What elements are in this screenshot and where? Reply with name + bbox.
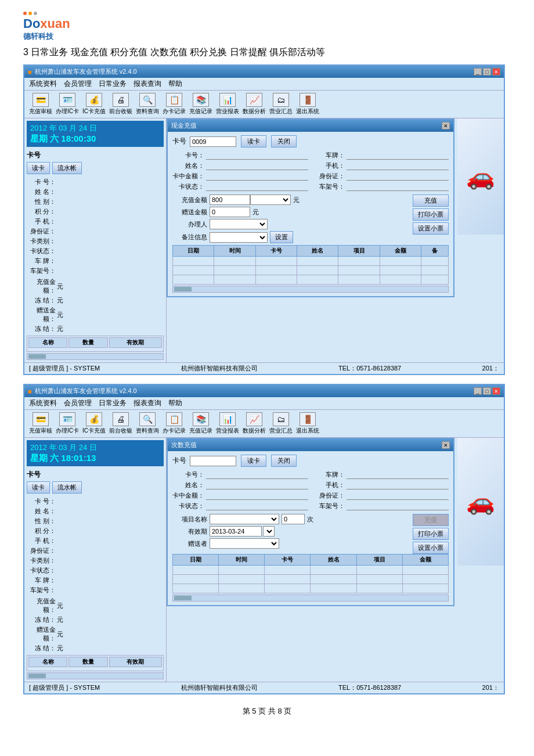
win2-summary: 充值金额： 元 冻 结： 元 赠送金额： 元 冻 结： 元 — [27, 597, 164, 653]
win1-scrollbar[interactable] — [27, 353, 164, 360]
win2-card-section: 卡号 读卡 流水帐 卡 号： 姓 名： 性 别： — [27, 470, 164, 679]
tb1-card-rec[interactable]: 📋 办卡记录 — [163, 93, 186, 116]
col-cardno: 卡号 — [255, 246, 297, 257]
win1-modal-read[interactable]: 读卡 — [241, 135, 266, 147]
win2-minimize[interactable]: _ — [474, 387, 482, 395]
menu1-member[interactable]: 会员管理 — [64, 79, 92, 89]
setup-btn[interactable]: 设置小票 — [413, 222, 449, 235]
win2-modal-body: 卡号 读卡 关闭 卡号： 车牌： — [168, 451, 453, 605]
w2-setup-btn[interactable]: 设置小票 — [413, 542, 449, 554]
win1-status-code: 201： — [482, 364, 499, 373]
info-name-val — [206, 162, 308, 170]
tb1-biz-report[interactable]: 📊 营业报表 — [216, 93, 239, 116]
print-btn[interactable]: 打印小票 — [413, 208, 449, 221]
tb2-ic-card[interactable]: 🪪 办理IC卡 — [56, 412, 79, 435]
tb2-charge-rec[interactable]: 📚 充值记录 — [189, 412, 212, 435]
win2-modal-card-input[interactable] — [190, 456, 236, 466]
tb2-cashier-label: 前台收银 — [109, 427, 132, 435]
tb1-data-analysis[interactable]: 📈 数据分析 — [243, 93, 266, 116]
charge-amount-input[interactable] — [210, 195, 250, 205]
win2-modal-scrollbar[interactable] — [172, 595, 449, 602]
tb1-data-analysis-label: 数据分析 — [243, 107, 266, 116]
tb2-query[interactable]: 🔍 资料查询 — [136, 412, 159, 435]
info-plate-val — [347, 152, 449, 160]
win1-modal-close-btn[interactable]: ✕ — [442, 122, 450, 129]
win1-title-left: ■ 杭州萧山浦发车友会管理系统 v2.4.0 — [28, 67, 137, 76]
charge-gift-input[interactable] — [210, 207, 250, 217]
win2-scrollbar[interactable] — [27, 672, 164, 679]
charge-setting-btn[interactable]: 设置 — [270, 231, 293, 243]
w2-sum-charge: 充值金额： 元 — [27, 597, 164, 614]
w2-info-balance: 卡中金额： — [172, 491, 308, 500]
win2-modal-read[interactable]: 读卡 — [241, 455, 266, 467]
tb1-query[interactable]: 🔍 资料查询 — [136, 93, 159, 116]
win1-modal-card-input[interactable] — [190, 136, 236, 147]
tb2-exit[interactable]: 🚪 退出系统 — [296, 412, 319, 435]
win2-flow-btn[interactable]: 流水帐 — [52, 481, 82, 494]
w2-print-btn[interactable]: 打印小票 — [413, 528, 449, 540]
win1-maximize[interactable]: □ — [483, 68, 491, 75]
tb2-charge-review-icon: 💳 — [33, 412, 49, 426]
w2-sum-charge-val: 元 — [57, 602, 164, 610]
charge-remark-select[interactable] — [210, 232, 268, 243]
gift-select[interactable] — [210, 538, 279, 549]
win2-close[interactable]: ✕ — [492, 387, 500, 395]
charge-operator-select[interactable] — [210, 219, 268, 229]
w2-charge-btn[interactable]: 充值 — [413, 514, 449, 526]
win1-minimize[interactable]: _ — [474, 68, 482, 75]
validity-select[interactable] — [263, 526, 275, 537]
tb1-charge-review[interactable]: 💳 充值审核 — [29, 93, 52, 116]
w2-info-balance-val — [206, 492, 308, 500]
tb2-biz-summary[interactable]: 🗂 营业汇总 — [269, 412, 293, 435]
menu1-help[interactable]: 帮助 — [168, 79, 182, 89]
w2-info-name-label: 姓名： — [172, 481, 204, 489]
tb2-ic-charge[interactable]: 💰 IC卡充值 — [82, 412, 106, 435]
win2-controls[interactable]: _ □ ✕ — [474, 387, 500, 395]
tb2-query-icon: 🔍 — [139, 412, 156, 426]
sum-freeze2-val: 元 — [57, 325, 164, 333]
tb1-charge-rec[interactable]: 📚 充值记录 — [189, 93, 212, 116]
tb1-exit[interactable]: 🚪 退出系统 — [296, 93, 319, 116]
charge-btn[interactable]: 充值 — [413, 195, 449, 207]
win1-modal-close[interactable]: 关闭 — [271, 135, 297, 147]
win1-read-btn[interactable]: 读卡 — [27, 162, 50, 174]
tb2-biz-summary-label: 营业汇总 — [269, 427, 293, 435]
info-phone-val — [347, 162, 449, 170]
menu2-help[interactable]: 帮助 — [168, 398, 182, 408]
tb2-charge-review[interactable]: 💳 充值审核 — [29, 412, 52, 435]
menu2-member[interactable]: 会员管理 — [64, 398, 92, 408]
tb2-biz-report[interactable]: 📊 营业报表 — [216, 412, 239, 435]
menu2-system[interactable]: 系统资料 — [29, 398, 57, 408]
tb1-ic-charge[interactable]: 💰 IC卡充值 — [82, 93, 106, 116]
win1-flow-btn[interactable]: 流水帐 — [52, 162, 82, 174]
tb2-data-analysis[interactable]: 📈 数据分析 — [243, 412, 266, 435]
win2-read-btn[interactable]: 读卡 — [27, 481, 50, 494]
tb2-data-analysis-label: 数据分析 — [243, 427, 266, 435]
biz-report-icon: 📊 — [219, 93, 236, 107]
table-row — [173, 257, 449, 266]
tb1-biz-summary[interactable]: 🗂 营业汇总 — [269, 93, 293, 116]
count-input[interactable] — [282, 514, 305, 524]
tb1-cashier[interactable]: 🖨 前台收银 — [109, 93, 132, 116]
win2-modal-scrollbar-thumb — [174, 596, 192, 600]
w2-col-cardno: 卡号 — [265, 555, 311, 566]
win1-close[interactable]: ✕ — [492, 68, 500, 75]
win2-modal-close[interactable]: 关闭 — [271, 455, 297, 467]
project-select[interactable] — [210, 514, 279, 524]
win2-maximize[interactable]: □ — [483, 387, 491, 395]
menu1-system[interactable]: 系统资料 — [29, 79, 57, 89]
menu1-daily[interactable]: 日常业务 — [99, 79, 127, 89]
tb2-cashier[interactable]: 🖨 前台收银 — [109, 412, 132, 435]
tb2-card-rec[interactable]: 📋 办卡记录 — [163, 412, 186, 435]
win1-controls[interactable]: _ □ ✕ — [474, 68, 500, 75]
charge-amount-select[interactable] — [250, 195, 291, 205]
menu2-daily[interactable]: 日常业务 — [99, 398, 127, 408]
win1-modal-scrollbar[interactable] — [172, 286, 449, 293]
win2-modal-close-btn[interactable]: ✕ — [442, 441, 450, 449]
tb1-ic-card[interactable]: 🪪 办理IC卡 — [56, 93, 79, 116]
menu2-report[interactable]: 报表查询 — [134, 398, 161, 408]
w2-col-project: 项目 — [356, 555, 402, 566]
menu1-report[interactable]: 报表查询 — [134, 79, 161, 89]
validity-input[interactable] — [210, 526, 262, 537]
field-phone: 手 机： — [27, 217, 164, 226]
